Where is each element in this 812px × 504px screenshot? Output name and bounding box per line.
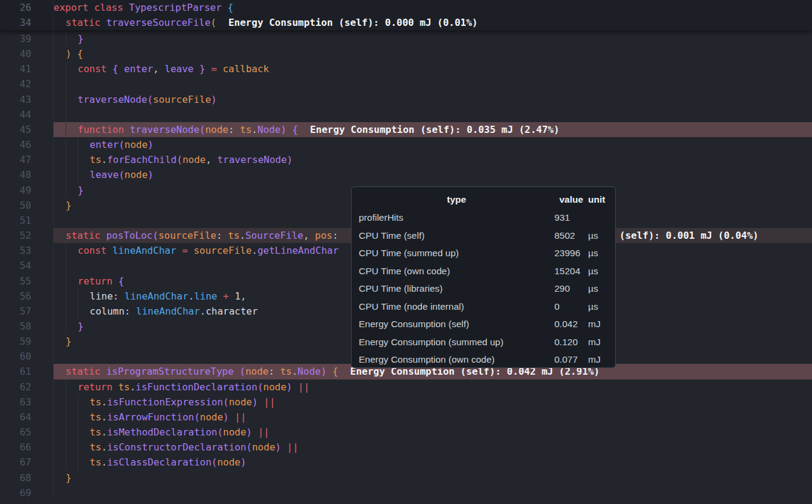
code-line-41[interactable]: 41const { enter, leave } = callback [0, 61, 812, 76]
line-number[interactable]: 55 [0, 274, 53, 289]
code-token [217, 63, 223, 75]
line-number[interactable]: 51 [0, 213, 53, 228]
code-token: ) [240, 456, 246, 468]
line-number[interactable]: 62 [0, 380, 53, 395]
metric-unit [588, 209, 607, 227]
code-line-67[interactable]: 67ts.isClassDeclaration(node) [0, 455, 812, 470]
code-token: } [78, 321, 84, 332]
line-number[interactable]: 41 [0, 61, 53, 76]
line-number[interactable]: 39 [0, 31, 53, 46]
code-line-42[interactable]: 42 [0, 76, 812, 91]
line-number[interactable]: 68 [0, 470, 53, 485]
code-line-64[interactable]: 64ts.isArrowFunction(node) || [0, 410, 812, 425]
code-line-34[interactable]: 34static traverseSourceFile(Energy Consu… [0, 15, 812, 30]
code-line-69[interactable]: 69 [0, 485, 812, 500]
line-number[interactable]: 47 [0, 152, 53, 167]
line-number[interactable]: 61 [0, 364, 53, 379]
line-number[interactable]: 60 [0, 349, 53, 364]
code-line-66[interactable]: 66ts.isConstructorDeclaration(node) || [0, 440, 812, 455]
code-token: ( [211, 17, 217, 28]
tooltip-row: CPU Time (node internal)0µs [359, 298, 607, 316]
code-line-26[interactable]: 26export class TypescriptParser { [0, 0, 812, 15]
tooltip-row: profilerHits931 [359, 209, 607, 227]
line-number[interactable]: 52 [0, 228, 53, 243]
code-token [113, 275, 119, 287]
code-line-45[interactable]: 45function traverseNode(node: ts.Node) {… [0, 122, 812, 137]
code-line-content [53, 485, 812, 500]
code-token: isClassDeclaration [107, 456, 211, 468]
code-tokens: static posToLoc(sourceFile: ts.SourceFil… [54, 228, 338, 243]
code-line-content: ts.isArrowFunction(node) || [53, 410, 812, 425]
code-token: || [235, 411, 246, 423]
line-number[interactable]: 63 [0, 395, 53, 410]
code-line-48[interactable]: 48leave(node) [0, 167, 812, 182]
code-token: ( [119, 139, 125, 150]
metric-type: CPU Time (libraries) [359, 280, 554, 298]
code-line-39[interactable]: 39} [0, 31, 812, 46]
line-number[interactable]: 54 [0, 258, 53, 273]
line-number[interactable]: 44 [0, 107, 53, 122]
metric-value: 8502 [554, 227, 588, 245]
code-line-63[interactable]: 63ts.isFunctionExpression(node) || [0, 395, 812, 410]
code-line-43[interactable]: 43traverseNode(sourceFile) [0, 92, 812, 107]
code-token: ) [66, 48, 72, 60]
line-number[interactable]: 57 [0, 304, 53, 319]
line-number[interactable]: 69 [0, 485, 53, 500]
line-number[interactable]: 26 [0, 0, 53, 15]
indent-guide [66, 92, 66, 107]
line-number[interactable]: 46 [0, 137, 53, 152]
line-number[interactable]: 66 [0, 440, 53, 455]
indent-guide [66, 183, 66, 198]
metric-unit: mJ [588, 351, 607, 368]
indent-guide [66, 243, 66, 258]
code-token: { [118, 275, 124, 287]
code-token: : [332, 230, 338, 241]
code-token: leave [90, 169, 119, 180]
line-number[interactable]: 67 [0, 455, 53, 470]
code-line-62[interactable]: 62return ts.isFunctionDeclaration(node) … [0, 380, 812, 395]
line-number[interactable]: 58 [0, 319, 53, 334]
code-line-68[interactable]: 68} [0, 470, 812, 485]
code-token: posToLoc [106, 230, 152, 241]
code-line-44[interactable]: 44 [0, 107, 812, 122]
metric-unit: µs [588, 227, 607, 245]
line-number[interactable]: 48 [0, 167, 53, 182]
code-token: ts [280, 366, 291, 377]
line-number[interactable]: 53 [0, 243, 53, 258]
code-tokens: } [54, 198, 72, 213]
line-number[interactable]: 50 [0, 198, 53, 213]
code-line-46[interactable]: 46enter(node) [0, 137, 812, 152]
code-token [88, 2, 95, 13]
code-tokens: } [54, 183, 84, 198]
code-token: lineAndChar [136, 306, 200, 317]
code-line-65[interactable]: 65ts.isMethodDeclaration(node) || [0, 425, 812, 440]
tooltip-header-row: type value unit [359, 191, 607, 209]
line-number[interactable]: 42 [0, 76, 53, 91]
indent-guide [66, 152, 66, 167]
line-number[interactable]: 56 [0, 289, 53, 304]
line-number[interactable]: 65 [0, 425, 53, 440]
code-line-40[interactable]: 40) { [0, 46, 812, 61]
code-token: { [228, 2, 234, 13]
line-number[interactable]: 45 [0, 122, 53, 137]
code-token: ts [90, 441, 101, 453]
code-token: lineAndChar [113, 245, 176, 256]
line-number[interactable]: 59 [0, 334, 53, 349]
code-tokens: return { [54, 274, 124, 289]
line-number[interactable]: 64 [0, 410, 53, 425]
code-token: : [228, 124, 234, 135]
indent-guide [66, 122, 66, 137]
metric-value: 290 [554, 280, 588, 298]
sticky-scroll-header[interactable]: 26export class TypescriptParser {34stati… [0, 0, 812, 30]
code-line-47[interactable]: 47ts.forEachChild(node, traverseNode) [0, 152, 812, 167]
line-number[interactable]: 43 [0, 92, 53, 107]
code-token: TypescriptParser [129, 2, 222, 13]
line-number[interactable]: 40 [0, 46, 53, 61]
code-token [107, 245, 113, 256]
code-tokens: ) { [54, 46, 83, 61]
code-line-content: leave(node) [53, 167, 812, 182]
line-number[interactable]: 49 [0, 183, 53, 198]
code-token: isMethodDeclaration [107, 426, 217, 438]
line-number[interactable]: 34 [0, 15, 53, 30]
code-token: isFunctionExpression [107, 396, 223, 408]
